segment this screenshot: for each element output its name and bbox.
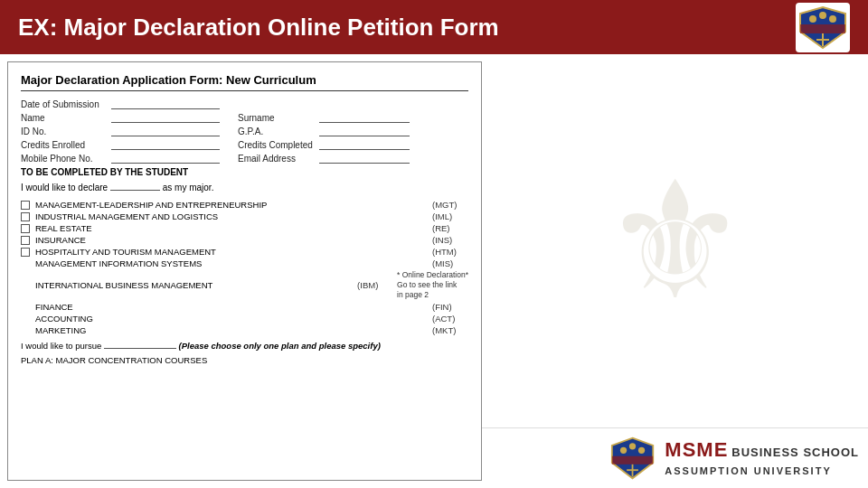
credits-completed-group: Credits Completed <box>238 139 410 150</box>
major-code-mgt: (MGT) <box>432 200 468 210</box>
credits-enrolled-label: Credits Enrolled <box>21 140 111 150</box>
checkbox-re[interactable] <box>21 224 30 233</box>
name-label: Name <box>21 113 111 123</box>
id-row: ID No. G.P.A. <box>21 126 468 136</box>
date-submission-row: Date of Submission <box>21 99 468 109</box>
pursue-text: I would like to pursue <box>21 341 101 351</box>
major-item-mgt: MANAGEMENT-LEADERSHIP AND ENTREPRENEURSH… <box>21 200 468 210</box>
declare-suffix: as my major. <box>163 183 214 192</box>
surname-input[interactable] <box>319 112 410 123</box>
email-label: Email Address <box>238 154 319 164</box>
main-content: Major Declaration Application Form: New … <box>0 54 868 488</box>
form-title: Major Declaration Application Form: New … <box>21 73 468 91</box>
mobile-input[interactable] <box>111 153 220 164</box>
mobile-row: Mobile Phone No. Email Address <box>21 153 468 164</box>
major-code-act: (ACT) <box>432 314 468 324</box>
gpa-input[interactable] <box>319 126 410 136</box>
svg-point-9 <box>620 447 627 454</box>
pursue-blank <box>104 348 176 349</box>
checkbox-iml[interactable] <box>21 212 30 221</box>
svg-point-3 <box>819 12 826 19</box>
header-shield-logo <box>796 3 850 52</box>
major-name-iml: INDUSTRIAL MANAGEMENT AND LOGISTICS <box>35 211 432 221</box>
major-code-mkt: (MKT) <box>432 325 468 335</box>
major-item-ibm: INTERNATIONAL BUSINESS MANAGEMENT (IBM) … <box>21 270 468 300</box>
email-group: Email Address <box>238 153 410 164</box>
logo-business-text: BUSINESS SCHOOL <box>731 446 859 459</box>
major-item-fin: FINANCE (FIN) <box>21 302 468 312</box>
email-input[interactable] <box>319 153 410 164</box>
major-name-fin: FINANCE <box>35 302 432 312</box>
pursue-note: (Please choose only one plan and please … <box>179 341 381 351</box>
mobile-label: Mobile Phone No. <box>21 154 111 164</box>
name-row: Name Surname <box>21 112 468 123</box>
right-panel: ⚜ MSME BUSINESS SCHOOL ASSUMPTION UNIVE <box>482 54 868 488</box>
major-code-htm: (HTM) <box>432 247 468 257</box>
checkbox-mgt[interactable] <box>21 201 30 210</box>
logo-assumption-text: ASSUMPTION UNIVERSITY <box>665 465 831 476</box>
plan-section: PLAN A: MAJOR CONCENTRATION COURSES <box>21 355 468 365</box>
major-item-htm: HOSPITALITY AND TOURISM MANAGEMENT (HTM) <box>21 247 468 257</box>
svg-point-4 <box>829 15 836 23</box>
credits-completed-label: Credits Completed <box>238 140 319 150</box>
fleur-de-lis-watermark: ⚜ <box>562 142 788 341</box>
watermark-area: ⚜ <box>482 54 868 427</box>
fields-section: Date of Submission Name Surname ID No. G… <box>21 99 468 164</box>
major-name-mkt: MARKETING <box>35 325 432 335</box>
svg-point-2 <box>809 15 816 23</box>
major-name-ibm: INTERNATIONAL BUSINESS MANAGEMENT <box>35 280 357 290</box>
page-title: EX: Major Declaration Online Petition Fo… <box>18 14 499 42</box>
declare-line: I would like to declare as my major. <box>21 183 468 192</box>
bottom-logo: MSME BUSINESS SCHOOL ASSUMPTION UNIVERSI… <box>482 427 868 488</box>
pursue-line: I would like to pursue (Please choose on… <box>21 341 468 351</box>
major-code-mis: (MIS) <box>432 258 468 268</box>
major-name-act: ACCOUNTING <box>35 314 432 324</box>
major-name-re: REAL ESTATE <box>35 223 432 233</box>
major-item-re: REAL ESTATE (RE) <box>21 223 468 233</box>
checkbox-htm[interactable] <box>21 248 30 257</box>
major-item-iml: INDUSTRIAL MANAGEMENT AND LOGISTICS (IML… <box>21 211 468 221</box>
credits-enrolled-input[interactable] <box>111 139 220 150</box>
major-item-ins: INSURANCE (INS) <box>21 235 468 245</box>
major-item-mkt: MARKETING (MKT) <box>21 325 468 335</box>
surname-label: Surname <box>238 113 319 123</box>
gpa-label: G.P.A. <box>238 127 319 136</box>
plan-text: PLAN A: MAJOR CONCENTRATION COURSES <box>21 355 207 365</box>
major-item-act: ACCOUNTING (ACT) <box>21 314 468 324</box>
gpa-group: G.P.A. <box>238 126 410 136</box>
major-name-htm: HOSPITALITY AND TOURISM MANAGEMENT <box>35 247 432 257</box>
majors-list: MANAGEMENT-LEADERSHIP AND ENTREPRENEURSH… <box>21 200 468 335</box>
major-code-fin: (FIN) <box>432 302 468 312</box>
major-code-ins: (INS) <box>432 235 468 245</box>
major-item-mis: MANAGEMENT INFORMATION SYSTEMS (MIS) <box>21 258 468 268</box>
svg-rect-5 <box>800 24 845 33</box>
date-submission-label: Date of Submission <box>21 99 111 109</box>
section-header: TO BE COMPLETED BY THE STUDENT <box>21 167 468 177</box>
major-name-ins: INSURANCE <box>35 235 432 245</box>
id-input[interactable] <box>111 126 220 136</box>
svg-point-11 <box>638 447 645 454</box>
date-submission-input[interactable] <box>111 99 220 109</box>
credits-completed-input[interactable] <box>319 139 410 150</box>
declare-text: I would like to declare <box>21 183 108 192</box>
name-input[interactable] <box>111 112 220 123</box>
major-code-re: (RE) <box>432 223 468 233</box>
id-label: ID No. <box>21 127 111 136</box>
major-name-mis: MANAGEMENT INFORMATION SYSTEMS <box>35 258 432 268</box>
form-panel: Major Declaration Application Form: New … <box>7 61 482 481</box>
major-code-ibm: (IBM) <box>357 280 393 290</box>
major-code-iml: (IML) <box>432 211 468 221</box>
credits-enrolled-row: Credits Enrolled Credits Completed <box>21 139 468 150</box>
shield-icon <box>798 5 848 50</box>
surname-group: Surname <box>238 112 410 123</box>
logo-assumption-row: ASSUMPTION UNIVERSITY <box>665 462 831 478</box>
logo-msme-row: MSME BUSINESS SCHOOL <box>665 438 859 462</box>
major-name-mgt: MANAGEMENT-LEADERSHIP AND ENTREPRENEURSH… <box>35 200 432 210</box>
logo-text-area: MSME BUSINESS SCHOOL ASSUMPTION UNIVERSI… <box>665 438 859 478</box>
declare-blank <box>110 190 160 191</box>
bottom-shield-icon <box>610 436 656 481</box>
header: EX: Major Declaration Online Petition Fo… <box>0 0 868 54</box>
svg-point-10 <box>629 443 636 449</box>
logo-msme-text: MSME <box>665 438 728 462</box>
checkbox-ins[interactable] <box>21 236 30 245</box>
